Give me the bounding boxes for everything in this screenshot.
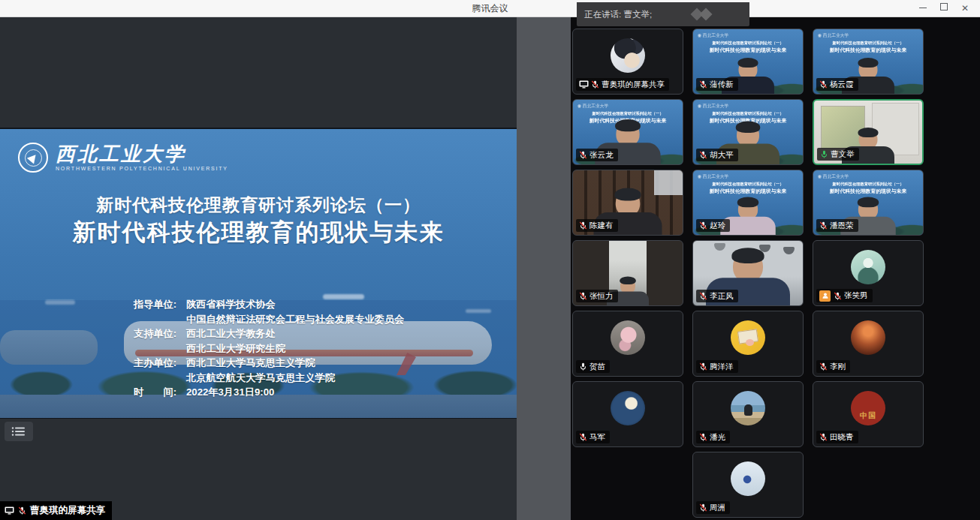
muted-mic-icon xyxy=(699,433,707,441)
participant-name-tag: 潘恩荣 xyxy=(816,219,858,232)
close-button[interactable]: ✕ xyxy=(954,0,975,17)
participant-name: 蒲传新 xyxy=(710,80,734,90)
muted-mic-icon xyxy=(819,80,828,89)
participant-tile[interactable]: 马军 xyxy=(572,381,683,447)
participant-tile[interactable]: ◉ 西北工业大学新时代科技伦理教育研讨系列论坛（一）新时代科技伦理教育的现状与未… xyxy=(813,29,924,95)
mini-slide-subtitle: 新时代科技伦理教育研讨系列论坛（一） xyxy=(592,111,664,116)
list-toggle-button[interactable] xyxy=(5,422,33,441)
screen-share-icon xyxy=(5,506,14,515)
mini-slide-title: 新时代科技伦理教育的现状与未来 xyxy=(708,47,787,54)
participants-grid: 曹奥琪的屏幕共享◉ 西北工业大学新时代科技伦理教育研讨系列论坛（一）新时代科技伦… xyxy=(572,29,924,518)
speaking-indicator: 正在讲话: 曹文举; xyxy=(577,2,749,26)
mini-slide-logo: ◉ 西北工业大学 xyxy=(698,173,728,179)
participant-avatar xyxy=(731,391,765,425)
participant-name-tag: 周洲 xyxy=(696,501,730,514)
participant-name: 张笑男 xyxy=(844,290,868,301)
participant-avatar xyxy=(731,461,765,496)
participant-name: 赵玲 xyxy=(710,221,725,231)
slide-series-title: 新时代科技伦理教育研讨系列论坛（一） xyxy=(0,194,517,217)
participant-name: 马军 xyxy=(590,432,605,443)
participant-name-tag: 张恒力 xyxy=(576,290,618,302)
participant-name: 胡大平 xyxy=(710,150,734,161)
mini-slide-logo: ◉ 西北工业大学 xyxy=(698,32,728,38)
mini-slide-logo: ◉ 西北工业大学 xyxy=(818,173,849,179)
minimize-button[interactable] xyxy=(912,0,933,17)
participant-avatar xyxy=(611,320,645,355)
participant-tile[interactable]: 腾洋洋 xyxy=(692,311,804,377)
participant-name: 贺苗 xyxy=(590,362,605,372)
participant-tile[interactable]: 李刚 xyxy=(813,311,924,377)
participant-tile[interactable]: 曹文举 xyxy=(813,99,924,165)
participant-name-tag: 蒲传新 xyxy=(696,78,738,91)
muted-mic-icon xyxy=(579,151,587,159)
participant-name: 周洲 xyxy=(710,503,725,513)
screen-share-banner-label: 曹奥琪的屏幕共享 xyxy=(30,504,105,517)
speaking-indicator-text: 正在讲话: 曹文举; xyxy=(584,9,652,20)
participant-name-tag: 腾洋洋 xyxy=(696,360,738,373)
muted-mic-icon xyxy=(699,151,707,159)
participant-tile[interactable]: 张恒力 xyxy=(572,240,683,306)
participant-tile[interactable]: ◉ 西北工业大学新时代科技伦理教育研讨系列论坛（一）新时代科技伦理教育的现状与未… xyxy=(692,170,804,236)
muted-mic-icon xyxy=(579,221,587,230)
participant-name-tag: 李刚 xyxy=(816,360,850,373)
participant-name-tag: 李正风 xyxy=(696,290,738,302)
participant-name: 腾洋洋 xyxy=(710,362,734,372)
participant-tile[interactable]: 曹奥琪的屏幕共享 xyxy=(572,29,683,95)
muted-mic-icon xyxy=(699,80,707,89)
meeting-window: 腾讯会议 ✕ 正在讲话: 曹文举; 西北工业大学 NORTHWESTERN PO… xyxy=(0,0,980,520)
muted-mic-icon xyxy=(834,292,842,300)
mini-slide-title: 新时代科技伦理教育的现状与未来 xyxy=(828,188,907,195)
slide-info-line: 中国自然辩证法研究会工程与社会发展专业委员会 xyxy=(134,312,404,327)
mini-slide-subtitle: 新时代科技伦理教育研讨系列论坛（一） xyxy=(712,41,784,46)
participant-avatar: 中国 xyxy=(851,391,885,425)
screen-share-icon xyxy=(579,80,589,89)
participant-name-tag: 潘光 xyxy=(696,431,730,443)
maximize-button[interactable] xyxy=(933,0,954,17)
participant-name-tag: 马军 xyxy=(576,431,610,443)
participant-name: 潘光 xyxy=(710,432,725,443)
participant-tile[interactable]: ◉ 西北工业大学新时代科技伦理教育研讨系列论坛（一）新时代科技伦理教育的现状与未… xyxy=(692,29,804,95)
participant-name: 张恒力 xyxy=(590,291,614,302)
shared-screen-area: 西北工业大学 NORTHWESTERN POLYTECHNICAL UNIVER… xyxy=(0,17,517,520)
participant-avatar xyxy=(611,391,645,425)
participant-name: 李正风 xyxy=(710,291,734,302)
participant-tile[interactable]: ◉ 西北工业大学新时代科技伦理教育研讨系列论坛（一）新时代科技伦理教育的现状与未… xyxy=(572,99,683,165)
participant-name: 杨云霞 xyxy=(830,80,854,90)
participant-name-tag: 田晓青 xyxy=(816,431,858,443)
slide-info-line: 北京航空航天大学马克思主义学院 xyxy=(134,371,404,386)
slide-info-line: 指导单位:陕西省科学技术协会 xyxy=(134,297,404,312)
participant-tile[interactable]: ◉ 西北工业大学新时代科技伦理教育研讨系列论坛（一）新时代科技伦理教育的现状与未… xyxy=(813,170,924,236)
participant-tile[interactable]: 李正风 xyxy=(692,240,804,306)
participant-avatar xyxy=(851,250,885,284)
participant-tile[interactable]: 潘光 xyxy=(692,381,804,447)
participant-name: 潘恩荣 xyxy=(830,221,854,231)
participant-tile[interactable]: 张笑男 xyxy=(813,240,924,306)
slide-info-line: 时 间:2022年3月31日9:00 xyxy=(134,385,404,400)
participant-name-tag: 曹文举 xyxy=(817,148,859,161)
slide-info-line: 主办单位:西北工业大学马克思主义学院 xyxy=(134,356,404,371)
list-icon xyxy=(11,426,26,437)
avatar-text: 中国 xyxy=(860,410,876,421)
mini-slide-subtitle: 新时代科技伦理教育研讨系列论坛（一） xyxy=(712,111,784,116)
person-badge-icon xyxy=(819,290,831,302)
participant-avatar xyxy=(851,320,885,355)
participant-tile[interactable]: 中国 田晓青 xyxy=(813,381,924,447)
muted-mic-icon xyxy=(699,362,707,371)
mini-slide-logo: ◉ 西北工业大学 xyxy=(818,32,849,38)
participant-name-tag: 曹奥琪的屏幕共享 xyxy=(576,78,669,91)
participant-tile[interactable]: 周洲 xyxy=(692,452,804,518)
muted-mic-icon xyxy=(18,506,26,515)
muted-mic-icon xyxy=(819,221,828,230)
participant-tile[interactable]: 陈建有 xyxy=(572,170,683,236)
university-name-en: NORTHWESTERN POLYTECHNICAL UNIVERSITY xyxy=(56,166,228,171)
slide-main-title: 新时代科技伦理教育的现状与未来 xyxy=(0,217,517,248)
participant-name: 陈建有 xyxy=(590,221,614,231)
participant-tile[interactable]: 贺苗 xyxy=(572,311,683,377)
slide-info-line: 支持单位:西北工业大学教务处 xyxy=(134,326,404,341)
participant-tile[interactable]: ◉ 西北工业大学新时代科技伦理教育研讨系列论坛（一）新时代科技伦理教育的现状与未… xyxy=(692,99,804,165)
muted-mic-icon xyxy=(819,362,828,371)
speaking-mic-icon xyxy=(820,150,828,158)
participant-name: 田晓青 xyxy=(830,432,854,443)
screen-share-banner: 曹奥琪的屏幕共享 xyxy=(0,501,112,520)
participant-avatar xyxy=(611,38,645,73)
